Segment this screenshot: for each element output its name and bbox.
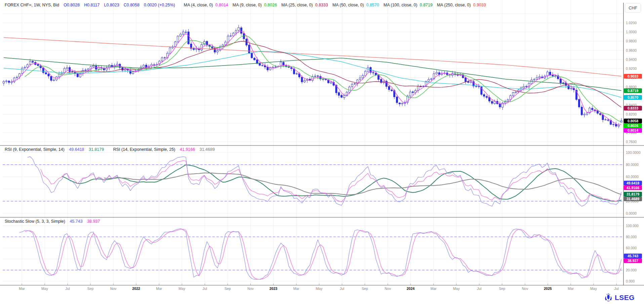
- price-badge: 0.8570: [624, 95, 642, 100]
- x-axis-month-label: Jul: [614, 287, 618, 291]
- x-axis-month-label: May: [178, 287, 185, 291]
- ma-legend-label: MA (4, close, 0): [184, 3, 213, 7]
- chart-legend-bar[interactable]: FOREX CHF=, 1W, NYS, Bid O0.8028 H0.8117…: [0, 0, 627, 10]
- stochastic-k-value: 45.743: [70, 219, 82, 224]
- rsi-tick-label: 80.0000: [626, 163, 639, 167]
- rsi-tick-label: 100.0000: [626, 150, 641, 155]
- rsi-legend[interactable]: RSI (9, Exponential, Simple, 14) 49.6418…: [5, 147, 218, 152]
- price-tick-label: 0.9400: [626, 57, 637, 61]
- lseg-logo: LSEG: [604, 293, 635, 302]
- ma-legend-value: 0.8014: [215, 3, 228, 7]
- price-badge: 0.9033: [624, 74, 642, 79]
- rsi14-title: RSI (14, Exponential, Simple, 25): [113, 147, 175, 152]
- chart-canvas: [0, 0, 644, 304]
- stochastic-title: Stochastic Slow (5, 3, 3, Simple): [5, 219, 65, 224]
- x-axis-month-label: Nov: [385, 287, 391, 291]
- stochastic-d-value: 38.937: [87, 219, 100, 224]
- ma-legend-item[interactable]: MA (100, close, 0)0.8719: [384, 3, 433, 7]
- price-tick-label: 0.9600: [626, 48, 637, 52]
- close-value: C0.8058: [124, 3, 139, 7]
- low-value: L0.8023: [104, 3, 119, 7]
- ma-legend: MA (4, close, 0)0.8014MA (9, close, 0)0.…: [179, 3, 486, 7]
- price-badge: 0.8719: [624, 88, 642, 93]
- lseg-wordmark: LSEG: [615, 294, 635, 302]
- price-badge: 0.8058: [624, 119, 642, 123]
- price-badge: 0.8014: [624, 128, 642, 133]
- rsi9-value: 49.6418: [69, 147, 84, 152]
- x-axis-month-label: Nov: [247, 287, 254, 291]
- rsi-tick-label: 60.0000: [626, 175, 639, 179]
- ma-legend-label: MA (100, close, 0): [384, 3, 417, 7]
- currency-chf-button[interactable]: CHF: [625, 3, 641, 13]
- ma-legend-value: 0.8333: [315, 3, 328, 7]
- x-axis-year-label: 2024: [407, 287, 414, 291]
- ma-legend-value: 0.8570: [366, 3, 379, 7]
- x-axis-month-label: Mar: [431, 287, 437, 291]
- rsi-tick-label: 0.0000: [626, 211, 637, 215]
- rsi-badge: 31.4689: [624, 197, 642, 201]
- x-axis-month-label: May: [41, 287, 48, 291]
- ma-legend-item[interactable]: MA (4, close, 0)0.8014: [184, 3, 228, 7]
- stoch-badge: 38.937: [624, 258, 642, 263]
- rsi9-ma-value: 31.8179: [89, 147, 104, 152]
- x-axis-month-label: Mar: [568, 287, 574, 291]
- ma-legend-item[interactable]: MA (25, close, 0)0.8333: [281, 3, 328, 7]
- x-axis-month-label: Sep: [225, 287, 231, 291]
- x-axis-month-label: Sep: [499, 287, 505, 291]
- price-badge: 0.8333: [624, 106, 642, 111]
- currency-chf-label: CHF: [629, 6, 637, 10]
- instrument-title: FOREX CHF=, 1W, NYS, Bid: [5, 3, 59, 7]
- stochastic-legend[interactable]: Stochastic Slow (5, 3, 3, Simple) 45.743…: [5, 219, 103, 224]
- stoch-tick-label: 100.000: [626, 224, 639, 228]
- price-tick-label: 1.0200: [626, 21, 637, 25]
- x-axis-month-label: Mar: [293, 287, 299, 291]
- ma-legend-item[interactable]: MA (9, close, 0)0.8026: [233, 3, 277, 7]
- rsi14-value: 41.9166: [180, 147, 195, 152]
- ma-legend-label: MA (25, close, 0): [281, 3, 313, 7]
- ma-legend-value: 0.8719: [420, 3, 433, 7]
- x-axis-month-label: Mar: [156, 287, 162, 291]
- ma-legend-item[interactable]: MA (50, close, 0)0.8570: [332, 3, 379, 7]
- x-axis-month-label: May: [590, 287, 597, 291]
- x-axis-year-label: 2025: [544, 287, 552, 291]
- x-axis-year-label: 2022: [132, 287, 140, 291]
- stoch-tick-label: 0.000: [626, 279, 635, 283]
- lseg-crest-icon: [604, 293, 613, 302]
- x-axis-month-label: Nov: [110, 287, 117, 291]
- x-axis-month-label: Sep: [87, 287, 94, 291]
- high-value: H0.8117: [84, 3, 99, 7]
- price-tick-label: 0.9200: [626, 67, 637, 71]
- rsi-badge: 31.8179: [624, 192, 642, 197]
- chart-window: FOREX CHF=, 1W, NYS, Bid O0.8028 H0.8117…: [0, 0, 644, 304]
- rsi14-ma-value: 31.4689: [200, 147, 215, 152]
- stochastic-plot-area[interactable]: [3, 217, 623, 285]
- x-axis-month-label: Jul: [65, 287, 70, 291]
- stoch-tick-label: 60.000: [626, 246, 637, 250]
- price-badge: 0.8026: [624, 123, 642, 128]
- change-value: 0.0020 (+0.25%): [144, 3, 175, 7]
- x-axis-month-label: May: [453, 287, 460, 291]
- x-axis-month-label: Sep: [362, 287, 368, 291]
- rsi-plot-area[interactable]: [3, 145, 623, 217]
- x-axis-month-label: Jul: [340, 287, 344, 291]
- x-axis-month-label: Jul: [203, 287, 207, 291]
- ma-legend-value: 0.8026: [264, 3, 277, 7]
- stoch-badge: 45.743: [624, 254, 642, 258]
- ma-legend-label: MA (9, close, 0): [233, 3, 262, 7]
- price-tick-label: 0.9800: [626, 39, 637, 43]
- x-axis-month-label: May: [316, 287, 323, 291]
- time-axis[interactable]: [3, 285, 623, 293]
- price-tick-label: 0.8200: [626, 112, 637, 116]
- price-tick-label: 1.0000: [626, 30, 637, 34]
- ma-legend-item[interactable]: MA (250, close, 0)0.9033: [437, 3, 486, 7]
- x-axis-year-label: 2023: [270, 287, 277, 291]
- rsi9-title: RSI (9, Exponential, Simple, 14): [5, 147, 65, 152]
- ma-legend-value: 0.9033: [473, 3, 486, 7]
- price-plot-area[interactable]: [3, 10, 623, 145]
- stoch-tick-label: 80.000: [626, 235, 637, 239]
- ma-legend-label: MA (250, close, 0): [437, 3, 471, 7]
- x-axis-month-label: Mar: [19, 287, 25, 291]
- x-axis-month-label: Jul: [477, 287, 481, 291]
- price-tick-label: 0.7600: [626, 140, 637, 144]
- ma-legend-label: MA (50, close, 0): [332, 3, 364, 7]
